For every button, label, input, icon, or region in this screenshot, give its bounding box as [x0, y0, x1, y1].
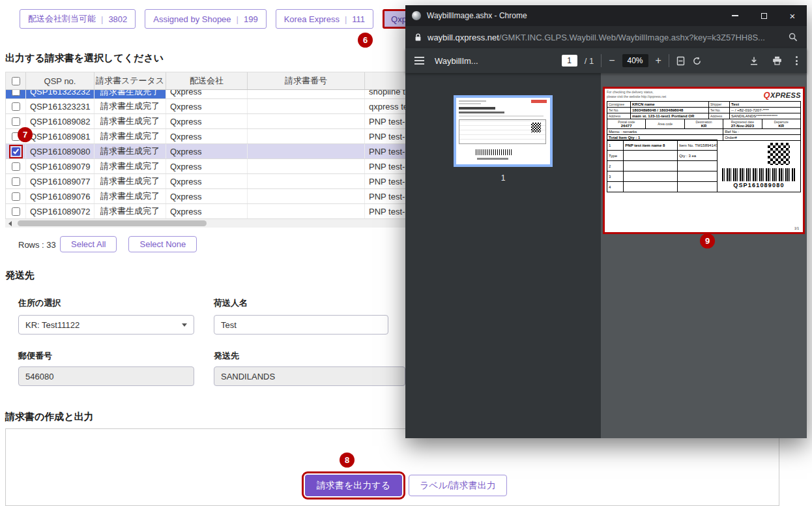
row-checkbox-cell — [6, 204, 25, 218]
search-zoom-icon[interactable] — [789, 33, 798, 42]
label-invoice-button[interactable]: ラベル/請求書出力 — [409, 475, 507, 496]
filter-tab-assigned-by-shopee[interactable]: Assigned by Shopee | 199 — [145, 9, 266, 29]
cell-status: 請求書生成完了 — [94, 159, 166, 173]
row-checkbox-cell — [6, 144, 25, 158]
select-all-button[interactable]: Select All — [60, 236, 117, 252]
cell-status: 請求書生成完了 — [94, 204, 166, 218]
tab-separator: | — [101, 14, 103, 24]
filter-tab-korea-express[interactable]: Korea Express | 111 — [276, 9, 373, 29]
waybill-number: QSP161089080 — [733, 182, 784, 188]
menu-icon[interactable] — [414, 57, 424, 65]
tab-label: Assigned by Shopee — [153, 14, 231, 24]
sender-name-input[interactable]: Test — [214, 315, 388, 335]
destination-label: 発送先 — [214, 350, 239, 362]
row-checkbox-cell — [6, 189, 25, 203]
column-header-invoice-no[interactable]: 請求書番号 — [247, 72, 364, 89]
address-select-value: KR: Test11122 — [25, 320, 80, 330]
cell-carrier: Qxpress — [166, 174, 247, 188]
cell-invoice-no — [247, 159, 364, 173]
address-select[interactable]: KR: Test11122 — [18, 315, 194, 335]
tab-separator: | — [345, 14, 347, 24]
zoom-level[interactable]: 40% — [622, 54, 648, 67]
scroll-left-icon[interactable] — [5, 219, 15, 228]
download-icon[interactable] — [749, 56, 759, 66]
tab-count: 111 — [352, 14, 365, 24]
window-controls: × — [721, 5, 807, 26]
cell-qsp: QSP161089076 — [25, 189, 94, 203]
chevron-down-icon — [182, 323, 187, 327]
filter-tab-carrier-assignable[interactable]: 配送会社割当可能 | 3802 — [20, 9, 136, 29]
annotation-step-9: 9 — [700, 233, 715, 248]
cell-status: 請求書生成完了 — [94, 90, 166, 99]
cell-qsp: QSP161089080 — [25, 144, 94, 158]
minimize-button[interactable] — [721, 5, 749, 26]
thumb-line — [459, 103, 481, 104]
table-actions: Select All Select None — [60, 236, 197, 252]
cell-invoice-no — [247, 99, 364, 113]
waybill-meta-table: Postal code26477 Area code DestinationKR… — [607, 119, 801, 129]
waybill-items-table: 1PNP test item name 8Item No. TM15894147… — [607, 140, 718, 192]
cell-carrier: Qxpress — [166, 159, 247, 173]
row-checkbox-cell — [6, 114, 25, 128]
tab-label: 配送会社割当可能 — [28, 13, 96, 25]
page-number-input[interactable]: 1 — [562, 55, 577, 67]
cell-qsp: QSP161323231 — [25, 99, 94, 113]
maximize-button[interactable] — [749, 5, 778, 26]
row-checkbox[interactable] — [12, 177, 20, 186]
destination-input[interactable]: SANDILANDS — [214, 366, 405, 386]
scrollbar-thumb[interactable] — [18, 220, 207, 226]
pdf-thumbnail-page-1[interactable] — [454, 95, 553, 167]
row-checkbox[interactable] — [12, 117, 20, 126]
rotate-icon[interactable] — [692, 56, 702, 66]
zoom-out-icon[interactable]: − — [609, 55, 615, 67]
select-none-button[interactable]: Select None — [128, 236, 197, 252]
site-favicon-icon — [412, 11, 421, 20]
column-header-qsp[interactable]: QSP no. — [25, 72, 94, 89]
tab-count: 199 — [244, 14, 258, 24]
lock-icon — [414, 33, 422, 42]
output-invoice-button[interactable]: 請求書を出力する — [305, 475, 402, 496]
more-options-icon[interactable] — [796, 56, 798, 65]
tab-separator: | — [237, 14, 239, 24]
address-select-label: 住所の選択 — [18, 297, 61, 309]
row-checkbox[interactable] — [12, 102, 20, 111]
zoom-in-icon[interactable]: + — [656, 55, 661, 67]
cell-carrier: Qxpress — [166, 129, 247, 143]
thumb-number — [477, 158, 508, 160]
column-header-status[interactable]: 請求書ステータス — [94, 72, 166, 89]
thumb-line — [459, 115, 544, 117]
output-section-title: 請求書の作成と出力 — [5, 411, 94, 423]
cell-invoice-no — [247, 114, 364, 128]
pdf-document-title: WaybillIm... — [435, 56, 478, 66]
close-button[interactable]: × — [778, 5, 807, 26]
row-checkbox-cell — [6, 174, 25, 188]
thumb-qr-code — [531, 123, 541, 132]
url-bar[interactable]: waybill.qxpress.net/GMKT.INC.GLPS.Waybil… — [405, 26, 807, 48]
pdf-page-controls: 1 / 1 − 40% + — [562, 54, 702, 67]
thumb-line — [459, 107, 495, 110]
row-checkbox-checked[interactable] — [12, 147, 20, 156]
fit-page-icon[interactable] — [676, 56, 685, 66]
chrome-popup-window: WaybillImage.ashx - Chrome × waybill.qxp… — [405, 5, 807, 438]
cell-status: 請求書生成完了 — [94, 144, 166, 158]
cell-qsp: QSP161089082 — [25, 114, 94, 128]
window-titlebar[interactable]: WaybillImage.ashx - Chrome × — [405, 5, 807, 26]
thumbnail-page-label: 1 — [501, 173, 506, 183]
row-checkbox[interactable] — [12, 192, 20, 201]
column-header-carrier[interactable]: 配送会社 — [166, 72, 247, 89]
cell-carrier: Qxpress — [166, 90, 247, 99]
url-host: waybill.qxpress.net — [428, 33, 499, 42]
row-checkbox-cell — [6, 99, 25, 113]
row-checkbox[interactable] — [12, 162, 20, 171]
cell-status: 請求書生成完了 — [94, 114, 166, 128]
print-icon[interactable] — [772, 56, 782, 65]
select-all-checkbox[interactable] — [12, 77, 20, 85]
row-checkbox[interactable] — [12, 207, 20, 216]
url-text: waybill.qxpress.net/GMKT.INC.GLPS.Waybil… — [428, 33, 783, 42]
postal-code-input[interactable]: 546080 — [18, 366, 194, 386]
row-checkbox[interactable] — [12, 90, 20, 96]
row-checkbox-cell — [6, 159, 25, 173]
window-title: WaybillImage.ashx - Chrome — [427, 11, 527, 20]
postal-code-label: 郵便番号 — [18, 350, 52, 362]
tab-count: 3802 — [108, 14, 127, 24]
